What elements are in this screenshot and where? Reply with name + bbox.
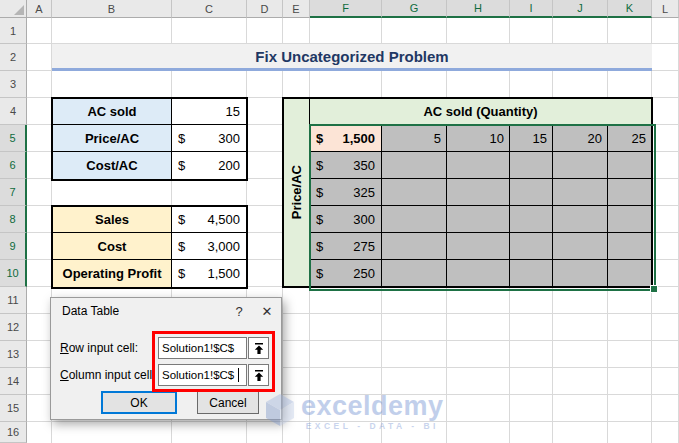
column-header-I[interactable]: I bbox=[510, 0, 553, 18]
text-cursor bbox=[238, 368, 239, 382]
data-table-empty-cell[interactable] bbox=[382, 206, 447, 233]
summary-table-value[interactable]: $ 4,500 bbox=[172, 207, 246, 233]
dialog-titlebar[interactable]: Data Table ? ✕ bbox=[51, 298, 281, 324]
cancel-button[interactable]: Cancel bbox=[197, 391, 259, 414]
row-header-13[interactable]: 13 bbox=[0, 341, 27, 368]
data-table-empty-cell[interactable] bbox=[553, 152, 608, 179]
data-table-price-cell[interactable]: $350 bbox=[310, 152, 382, 179]
column-header-K[interactable]: K bbox=[608, 0, 652, 18]
what-if-data-table: Price/AC AC sold (Quantity) $ 1,500 5101… bbox=[282, 97, 653, 288]
data-table-price-cell[interactable]: $300 bbox=[310, 206, 382, 233]
row-header-2[interactable]: 2 bbox=[0, 44, 27, 71]
row-input-label: Row input cell: bbox=[60, 341, 138, 355]
data-table-empty-cell[interactable] bbox=[447, 233, 510, 260]
data-table-empty-cell[interactable] bbox=[553, 233, 608, 260]
data-table-empty-cell[interactable] bbox=[447, 179, 510, 206]
data-table-empty-cell[interactable] bbox=[510, 233, 553, 260]
row-header-7[interactable]: 7 bbox=[0, 179, 27, 206]
data-table-empty-cell[interactable] bbox=[510, 152, 553, 179]
summary-table-value[interactable]: $ 3,000 bbox=[172, 233, 246, 260]
row-header-5[interactable]: 5 bbox=[0, 125, 27, 152]
data-table-empty-cell[interactable] bbox=[447, 152, 510, 179]
data-table-empty-cell[interactable] bbox=[447, 206, 510, 233]
dialog-title: Data Table bbox=[62, 304, 225, 318]
summary-table-value[interactable]: $ 1,500 bbox=[172, 260, 246, 287]
data-table-empty-cell[interactable] bbox=[608, 152, 651, 179]
data-table-column-axis-label[interactable]: AC sold (Quantity) bbox=[310, 99, 651, 125]
row-header-3[interactable]: 3 bbox=[0, 71, 27, 98]
data-table-row-axis-label[interactable]: Price/AC bbox=[284, 99, 310, 286]
data-table-empty-cell[interactable] bbox=[382, 179, 447, 206]
data-table-quantity-cell[interactable]: 25 bbox=[608, 125, 651, 152]
summary-table-label[interactable]: Sales bbox=[53, 207, 172, 233]
data-table-quantity-cell[interactable]: 5 bbox=[382, 125, 447, 152]
row-header-16[interactable]: 16 bbox=[0, 422, 27, 443]
data-table-empty-cell[interactable] bbox=[510, 206, 553, 233]
column-header-H[interactable]: H bbox=[447, 0, 510, 18]
column-header-E[interactable]: E bbox=[283, 0, 310, 18]
data-table-dialog: Data Table ? ✕ Row input cell: Solution1… bbox=[50, 297, 282, 420]
row-header-4[interactable]: 4 bbox=[0, 98, 27, 125]
data-table-quantity-cell[interactable]: 10 bbox=[447, 125, 510, 152]
collapse-arrow-icon bbox=[253, 369, 265, 382]
collapse-arrow-icon bbox=[253, 342, 265, 355]
data-table-empty-cell[interactable] bbox=[553, 179, 608, 206]
summary-table: Sales $ 4,500 Cost $ 3,000 Operating Pro… bbox=[51, 205, 248, 289]
input-table-value[interactable]: 15 bbox=[172, 99, 246, 125]
data-table-empty-cell[interactable] bbox=[553, 206, 608, 233]
data-table-empty-cell[interactable] bbox=[447, 260, 510, 286]
row-header-1[interactable]: 1 bbox=[0, 18, 27, 44]
row-header-14[interactable]: 14 bbox=[0, 368, 27, 395]
input-table-label[interactable]: AC sold bbox=[53, 99, 172, 125]
summary-table-label[interactable]: Cost bbox=[53, 233, 172, 260]
data-table-price-cell[interactable]: $250 bbox=[310, 260, 382, 286]
data-table-quantity-cell[interactable]: 15 bbox=[510, 125, 553, 152]
input-table-value[interactable]: $ 300 bbox=[172, 125, 246, 152]
row-header-10[interactable]: 10 bbox=[0, 260, 27, 287]
data-table-empty-cell[interactable] bbox=[553, 260, 608, 286]
sheet-title-cell[interactable]: Fix Uncategorized Problem bbox=[52, 44, 652, 71]
row-input-field[interactable]: Solution1!$C$ bbox=[158, 337, 247, 359]
data-table-empty-cell[interactable] bbox=[608, 206, 651, 233]
data-table-empty-cell[interactable] bbox=[608, 179, 651, 206]
column-input-collapse-button[interactable] bbox=[248, 364, 269, 386]
row-header-9[interactable]: 9 bbox=[0, 233, 27, 260]
data-table-empty-cell[interactable] bbox=[608, 233, 651, 260]
column-input-field[interactable]: Solution1!$C$ bbox=[158, 364, 247, 386]
ok-button[interactable]: OK bbox=[101, 391, 177, 414]
column-header-B[interactable]: B bbox=[52, 0, 172, 18]
data-table-empty-cell[interactable] bbox=[382, 233, 447, 260]
summary-table-label[interactable]: Operating Profit bbox=[53, 260, 172, 287]
data-table-empty-cell[interactable] bbox=[510, 179, 553, 206]
input-table-value[interactable]: $ 200 bbox=[172, 152, 246, 179]
data-table-empty-cell[interactable] bbox=[608, 260, 651, 286]
gridline-horizontal bbox=[27, 421, 679, 422]
data-table-price-cell[interactable]: $325 bbox=[310, 179, 382, 206]
data-table-empty-cell[interactable] bbox=[510, 260, 553, 286]
close-icon[interactable]: ✕ bbox=[253, 304, 281, 319]
column-header-A[interactable]: A bbox=[27, 0, 52, 18]
select-all-corner[interactable] bbox=[0, 0, 27, 18]
select-all-triangle-icon bbox=[14, 5, 24, 15]
row-header-12[interactable]: 12 bbox=[0, 314, 27, 341]
row-input-collapse-button[interactable] bbox=[248, 337, 269, 359]
column-header-L[interactable]: L bbox=[652, 0, 679, 18]
data-table-price-cell[interactable]: $275 bbox=[310, 233, 382, 260]
row-header-6[interactable]: 6 bbox=[0, 152, 27, 179]
column-header-G[interactable]: G bbox=[382, 0, 447, 18]
row-header-8[interactable]: 8 bbox=[0, 206, 27, 233]
column-header-C[interactable]: C bbox=[172, 0, 247, 18]
input-table-label[interactable]: Price/AC bbox=[53, 125, 172, 152]
column-header-D[interactable]: D bbox=[247, 0, 283, 18]
row-header-15[interactable]: 15 bbox=[0, 395, 27, 422]
column-header-F[interactable]: F bbox=[310, 0, 382, 18]
input-table: AC sold 15 Price/AC $ 300 Cost/AC $ 200 bbox=[51, 97, 248, 181]
help-icon[interactable]: ? bbox=[225, 304, 253, 319]
column-header-J[interactable]: J bbox=[553, 0, 608, 18]
data-table-formula-cell[interactable]: $ 1,500 bbox=[310, 125, 382, 152]
row-header-11[interactable]: 11 bbox=[0, 287, 27, 314]
data-table-empty-cell[interactable] bbox=[382, 260, 447, 286]
data-table-empty-cell[interactable] bbox=[382, 152, 447, 179]
input-table-label[interactable]: Cost/AC bbox=[53, 152, 172, 179]
data-table-quantity-cell[interactable]: 20 bbox=[553, 125, 608, 152]
